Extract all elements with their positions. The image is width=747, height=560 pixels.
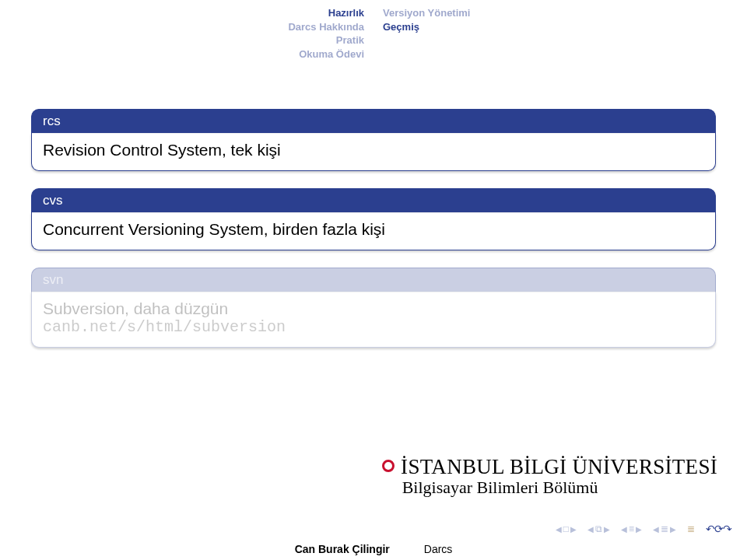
block-cvs: cvs Concurrent Versioning System, birden… <box>31 188 716 250</box>
block-svn-body: Subversion, daha düzgün canb.net/s/html/… <box>31 292 716 348</box>
block-rcs: rcs Revision Control System, tek kişi <box>31 109 716 171</box>
slide-content: rcs Revision Control System, tek kişi cv… <box>31 109 716 365</box>
nav-subsection-gecmis[interactable]: Geçmiş <box>383 20 747 34</box>
university-name: İSTANBUL BİLGİ ÜNİVERSİTESİ <box>401 455 717 478</box>
slide-header: Hazırlık Darcs Hakkında Pratik Okuma Öde… <box>0 6 747 61</box>
block-rcs-title: rcs <box>31 109 716 133</box>
nav-section-pratik[interactable]: Pratik <box>0 33 364 47</box>
slide-nav-controls: ◀□▶ ◀⧉▶ ◀≡▶ ◀≣▶ ≣ ↶⟳↷ <box>556 523 731 535</box>
block-svn-title: svn <box>31 268 716 292</box>
nav-prev-slide-icon[interactable]: ◀□▶ <box>556 523 577 534</box>
block-cvs-body: Concurrent Versioning System, birden faz… <box>31 212 716 250</box>
block-svn-url: canb.net/s/html/subversion <box>43 318 704 336</box>
block-svn-line1: Subversion, daha düzgün <box>43 299 704 318</box>
nav-prev-frame-icon[interactable]: ◀⧉▶ <box>587 523 610 534</box>
nav-section-okuma-odevi[interactable]: Okuma Ödevi <box>0 47 364 61</box>
nav-subsection-versiyon-yonetimi[interactable]: Versiyon Yönetimi <box>383 6 747 20</box>
nav-section-darcs-hakkinda[interactable]: Darcs Hakkında <box>0 20 364 34</box>
nav-prev-subsection-icon[interactable]: ◀≡▶ <box>621 523 642 534</box>
block-rcs-body: Revision Control System, tek kişi <box>31 133 716 171</box>
block-cvs-title: cvs <box>31 188 716 212</box>
nav-prev-section-icon[interactable]: ◀≣▶ <box>653 523 676 534</box>
university-logo: İSTANBUL BİLGİ ÜNİVERSİTESİ Bilgisayar B… <box>382 455 717 498</box>
slide-footer: Can Burak Çilingir Darcs <box>0 543 747 555</box>
nav-sections: Hazırlık Darcs Hakkında Pratik Okuma Öde… <box>0 6 374 61</box>
footer-title: Darcs <box>424 543 453 555</box>
nav-loop-icon[interactable]: ↶⟳↷ <box>706 523 731 535</box>
footer-author: Can Burak Çilingir <box>295 543 390 555</box>
block-svn: svn Subversion, daha düzgün canb.net/s/h… <box>31 268 716 348</box>
nav-subsections: Versiyon Yönetimi Geçmiş <box>374 6 747 61</box>
department-name: Bilgisayar Bilimleri Bölümü <box>382 478 717 498</box>
logo-circle-icon <box>382 460 395 472</box>
nav-section-hazirlik[interactable]: Hazırlık <box>0 6 364 20</box>
nav-bookmark-icon[interactable]: ≣ <box>687 523 695 534</box>
